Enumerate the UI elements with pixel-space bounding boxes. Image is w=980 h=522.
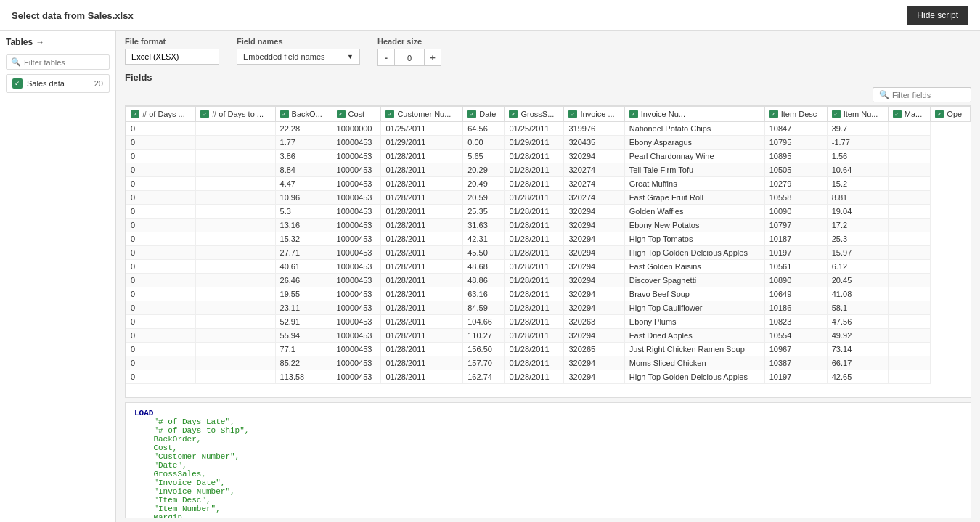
column-header-item-nu---[interactable]: Item Nu... (827, 107, 888, 122)
table-cell: 320435 (564, 136, 624, 150)
table-cell: 10554 (764, 329, 827, 343)
column-header-invoice-nu---[interactable]: Invoice Nu... (624, 107, 764, 122)
table-cell: 320263 (564, 315, 624, 329)
table-cell: 01/28/2011 (505, 301, 564, 315)
table-cell: 4.47 (275, 177, 332, 191)
column-header---of-days----[interactable]: # of Days ... (126, 107, 196, 122)
table-cell: 48.68 (463, 260, 505, 274)
field-names-select[interactable]: Embedded field names ▼ (237, 49, 360, 65)
col-checkbox (568, 110, 577, 118)
table-cell: 8.81 (827, 191, 888, 205)
table-cell: 49.92 (827, 329, 888, 343)
table-cell: 0 (126, 315, 196, 329)
table-row: 0113.581000045301/28/2011162.7401/28/201… (126, 370, 971, 384)
table-cell: 320294 (564, 232, 624, 246)
table-cell: 01/28/2011 (381, 232, 463, 246)
table-cell: 1.56 (827, 150, 888, 163)
table-cell: 320294 (564, 329, 624, 343)
table-cell: 01/28/2011 (505, 329, 564, 343)
arrow-icon: → (36, 37, 44, 47)
col-checkbox (337, 110, 346, 118)
column-header-cost[interactable]: Cost (332, 107, 381, 122)
table-cell: 01/28/2011 (381, 301, 463, 315)
table-cell (888, 219, 931, 232)
table-cell: 10000453 (332, 191, 381, 205)
table-cell: 320274 (564, 191, 624, 205)
table-cell: 10505 (764, 163, 827, 177)
table-cell: 1.77 (275, 136, 332, 150)
column-header---of-days-to----[interactable]: # of Days to ... (196, 107, 275, 122)
table-cell (888, 315, 931, 329)
column-header-grosss---[interactable]: GrossS... (505, 107, 564, 122)
column-header-item-desc[interactable]: Item Desc (764, 107, 827, 122)
table-row: 05.31000045301/28/201125.3501/28/2011320… (126, 205, 971, 219)
table-cell (888, 136, 931, 150)
table-cell: 10823 (764, 315, 827, 329)
table-row: 022.281000000001/25/201164.5601/25/20113… (126, 122, 971, 136)
table-cell: 3.86 (275, 150, 332, 163)
table-cell: 01/28/2011 (505, 287, 564, 301)
table-cell: 10000453 (332, 370, 381, 384)
table-cell: 0 (126, 219, 196, 232)
table-cell (196, 343, 275, 356)
table-cell (888, 246, 931, 260)
search-icon: 🔍 (11, 57, 21, 67)
table-cell: 320265 (564, 343, 624, 356)
header-size-minus-button[interactable]: - (377, 49, 395, 66)
table-cell (888, 356, 931, 370)
table-cell: 01/28/2011 (505, 232, 564, 246)
column-header-customer-nu---[interactable]: Customer Nu... (381, 107, 463, 122)
filter-fields-wrapper: 🔍 (873, 87, 971, 102)
table-cell: 10000453 (332, 177, 381, 191)
sales-data-count: 20 (94, 79, 103, 88)
table-cell: Ebony New Potatos (624, 219, 764, 232)
header-size-plus-button[interactable]: + (424, 49, 441, 66)
file-format-select[interactable]: Excel (XLSX) CSV JSON (125, 49, 219, 65)
table-cell: 84.59 (463, 301, 505, 315)
table-cell: 01/28/2011 (505, 191, 564, 205)
table-cell: 15.32 (275, 232, 332, 246)
data-table: # of Days ...# of Days to ...BackO...Cos… (126, 106, 971, 384)
table-cell: -1.77 (827, 136, 888, 150)
table-cell: 39.7 (827, 122, 888, 136)
column-header-invoice----[interactable]: Invoice ... (564, 107, 624, 122)
script-panel: LOAD "# of Days Late", "# of Days to Shi… (125, 402, 971, 518)
table-cell: 320294 (564, 287, 624, 301)
table-cell: 320294 (564, 219, 624, 232)
table-cell: 64.56 (463, 122, 505, 136)
column-header-backo---[interactable]: BackO... (275, 107, 332, 122)
table-cell: Tell Tale Firm Tofu (624, 163, 764, 177)
data-table-wrapper[interactable]: # of Days ...# of Days to ...BackO...Cos… (125, 105, 971, 398)
filter-fields-input[interactable] (892, 91, 965, 99)
col-checkbox (509, 110, 518, 118)
table-cell: 320294 (564, 370, 624, 384)
table-cell: 55.94 (275, 329, 332, 343)
column-header-ma---[interactable]: Ma... (888, 107, 931, 122)
table-cell: 41.08 (827, 287, 888, 301)
table-cell: 01/28/2011 (381, 287, 463, 301)
table-cell (888, 191, 931, 205)
filter-fields-search-icon: 🔍 (879, 90, 889, 99)
table-cell: 8.84 (275, 163, 332, 177)
table-cell: 01/28/2011 (505, 205, 564, 219)
column-header-date[interactable]: Date (463, 107, 505, 122)
filter-tables-input[interactable] (24, 58, 105, 67)
column-header-ope[interactable]: Ope (931, 107, 971, 122)
table-cell: 01/28/2011 (505, 315, 564, 329)
table-cell: 10000453 (332, 356, 381, 370)
table-row: 03.861000045301/28/20115.6501/28/2011320… (126, 150, 971, 163)
table-cell: 320294 (564, 246, 624, 260)
table-cell: Fast Golden Raisins (624, 260, 764, 274)
table-cell: 10387 (764, 356, 827, 370)
table-cell: 0 (126, 356, 196, 370)
table-cell: 113.58 (275, 370, 332, 384)
col-checkbox (935, 110, 944, 118)
hide-script-button[interactable]: Hide script (907, 6, 968, 25)
sales-data-table-item[interactable]: Sales data 20 (6, 74, 110, 93)
table-cell (196, 301, 275, 315)
table-cell: 10890 (764, 274, 827, 287)
table-cell: 27.71 (275, 246, 332, 260)
table-cell (196, 150, 275, 163)
table-cell: 42.65 (827, 370, 888, 384)
table-cell: Ebony Asparagus (624, 136, 764, 150)
